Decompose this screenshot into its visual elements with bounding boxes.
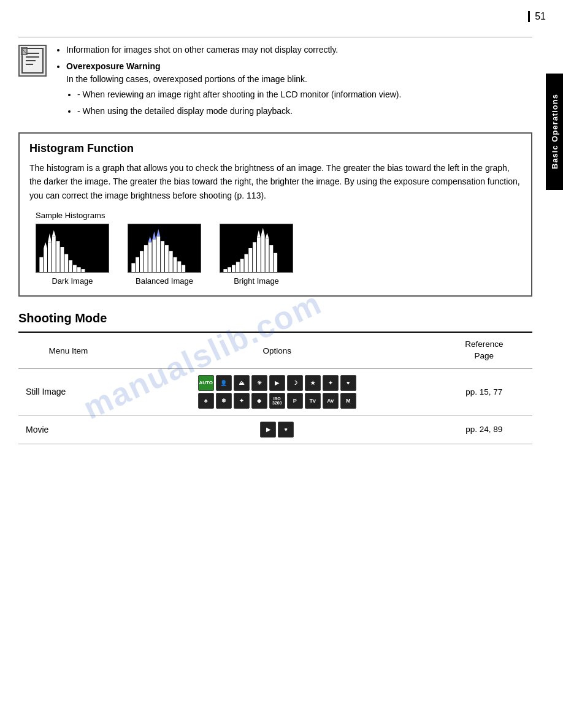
svg-rect-30: [165, 245, 169, 272]
movie-icons: ▶ ♥: [197, 422, 357, 438]
night-icon: ☽: [287, 375, 303, 391]
svg-rect-11: [56, 241, 60, 272]
svg-rect-13: [64, 254, 68, 272]
histogram-dark: Dark Image: [36, 224, 109, 286]
svg-rect-23: [136, 257, 139, 272]
movie-ref: pp. 24, 89: [436, 415, 532, 444]
overexposure-items: When reviewing an image right after shoo…: [66, 88, 532, 118]
svg-rect-45: [248, 248, 252, 272]
overexposure-title: Overexposure Warning: [66, 61, 161, 71]
p-mode-icon: P: [287, 393, 303, 409]
svg-rect-39: [223, 269, 227, 272]
shooting-table: Menu Item Options Reference Page Still I…: [18, 332, 532, 444]
indoor-icon: ✦: [323, 375, 339, 391]
svg-rect-7: [39, 257, 43, 272]
svg-rect-27: [153, 240, 156, 273]
svg-rect-51: [274, 253, 277, 272]
svg-rect-34: [182, 265, 185, 272]
svg-rect-49: [266, 239, 269, 273]
svg-rect-40: [228, 267, 231, 272]
note-section: Information for images shot on other cam…: [18, 44, 532, 121]
note-content: Information for images shot on other cam…: [55, 44, 532, 121]
sidebar-tab: Basic Operations: [546, 74, 563, 190]
top-line: [18, 37, 532, 37]
m-mode-icon: M: [340, 393, 356, 409]
page-container: 51 Basic Operations: [0, 0, 563, 728]
table-row: Movie ▶ ♥ pp. 24, 89: [18, 415, 532, 444]
kids-icon: ★: [305, 375, 321, 391]
svg-rect-12: [61, 247, 64, 272]
fireworks-icon: ✦: [234, 393, 250, 409]
svg-rect-25: [144, 245, 148, 272]
table-row: Still Image AUTO 👤 ⛰ ☀ ▶ ☽: [18, 368, 532, 415]
histogram-description: The histogram is a graph that allows you…: [29, 161, 521, 202]
movie-label: Movie: [18, 415, 118, 444]
svg-rect-14: [69, 260, 72, 273]
svg-rect-15: [73, 265, 77, 272]
bright-histogram-svg: [220, 224, 293, 273]
svg-rect-47: [257, 238, 261, 273]
histograms-row: Dark Image: [36, 224, 521, 286]
svg-rect-29: [161, 241, 164, 272]
still-image-icons: AUTO 👤 ⛰ ☀ ▶ ☽ ★ ✦ ♥ ♣: [197, 375, 357, 409]
histogram-title: Histogram Function: [29, 142, 521, 155]
sample-histograms-label: Sample Histograms: [36, 211, 521, 220]
svg-rect-24: [140, 251, 144, 272]
note-icon-svg: [21, 47, 44, 74]
foliage-icon: ♣: [198, 393, 214, 409]
svg-rect-43: [240, 259, 244, 272]
col-reference-page: Reference Page: [436, 332, 532, 368]
svg-rect-44: [245, 254, 248, 272]
svg-rect-46: [253, 242, 256, 272]
svg-rect-48: [261, 235, 265, 272]
snow-icon: ❄: [216, 393, 232, 409]
landscape-icon: ⛰: [234, 375, 250, 391]
auto-icon: AUTO: [198, 375, 214, 391]
portrait-icon: 👤: [216, 375, 232, 391]
overexposure-body: In the following cases, overexposed port…: [66, 74, 307, 84]
svg-rect-17: [82, 269, 85, 272]
closeup-icon: ☀: [251, 375, 267, 391]
svg-rect-41: [232, 265, 236, 272]
svg-rect-10: [52, 237, 56, 273]
svg-rect-9: [48, 242, 52, 272]
note-icon: [18, 45, 47, 77]
main-content: Information for images shot on other cam…: [18, 0, 532, 444]
table-header-row: Menu Item Options Reference Page: [18, 332, 532, 368]
histogram-box: Histogram Function The histogram is a gr…: [18, 132, 532, 297]
balanced-histogram-svg: [128, 224, 201, 273]
svg-rect-50: [269, 245, 273, 272]
svg-rect-42: [236, 262, 240, 273]
svg-rect-28: [156, 237, 160, 273]
histogram-balanced: Balanced Image: [128, 224, 201, 286]
dark-histogram-svg: [36, 224, 109, 273]
svg-rect-8: [44, 248, 47, 272]
col-options: Options: [118, 332, 436, 368]
movie-options: ▶ ♥: [118, 415, 436, 444]
overexposure-item-2: When using the detailed display mode dur…: [77, 105, 532, 118]
svg-rect-31: [169, 251, 173, 272]
av-mode-icon: Av: [323, 393, 339, 409]
svg-rect-22: [131, 264, 135, 273]
svg-rect-32: [174, 257, 177, 272]
overexposure-item-1: When reviewing an image right after shoo…: [77, 88, 532, 101]
svg-rect-26: [148, 242, 152, 272]
histogram-bright: Bright Image: [220, 224, 293, 286]
still-image-ref: pp. 15, 77: [436, 368, 532, 415]
svg-rect-16: [77, 267, 81, 272]
shooting-mode-section: Shooting Mode Menu Item Options Referenc…: [18, 311, 532, 444]
note-item-1: Information for images shot on other cam…: [66, 44, 532, 56]
bright-label: Bright Image: [234, 276, 279, 286]
iso-icon: ISO3200: [269, 393, 285, 409]
note-item-2: Overexposure Warning In the following ca…: [66, 60, 532, 118]
balanced-label: Balanced Image: [136, 276, 193, 286]
dark-label: Dark Image: [52, 276, 93, 286]
page-number: 51: [528, 11, 546, 22]
col-menu-item: Menu Item: [18, 332, 118, 368]
svg-rect-33: [177, 262, 181, 273]
sports-icon: ▶: [269, 375, 285, 391]
note-list: Information for images shot on other cam…: [55, 44, 532, 118]
still-image-label: Still Image: [18, 368, 118, 415]
shooting-mode-title: Shooting Mode: [18, 311, 532, 325]
movie-icon-2: ♥: [278, 422, 294, 438]
